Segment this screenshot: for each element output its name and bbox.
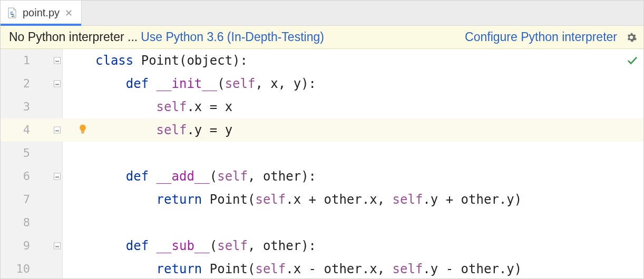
warning-message: No Python interpreter ... xyxy=(9,30,138,44)
gutter-row: 4 xyxy=(1,118,63,142)
gutter-row: 3 xyxy=(1,95,63,118)
svg-rect-1 xyxy=(82,133,84,134)
code-text: self.y = y xyxy=(67,123,232,137)
code-line[interactable]: return Point(self.x - other.x, self.y - … xyxy=(63,257,643,279)
code-line[interactable]: self.y = y xyxy=(63,118,643,142)
line-number: 7 xyxy=(1,188,30,211)
code-area[interactable]: class Point(object): def __init__(self, … xyxy=(63,49,643,278)
fold-toggle-icon[interactable] xyxy=(54,127,61,134)
fold-toggle-icon[interactable] xyxy=(54,81,61,87)
fold-toggle-icon[interactable] xyxy=(54,57,61,64)
use-interpreter-link[interactable]: Use Python 3.6 (In-Depth-Testing) xyxy=(141,30,324,44)
code-text: return Point(self.x - other.x, self.y - … xyxy=(67,262,522,276)
line-number: 4 xyxy=(1,118,30,142)
gutter-row: 9 xyxy=(1,234,63,257)
configure-interpreter-link[interactable]: Configure Python interpreter xyxy=(465,30,617,44)
code-text: def __add__(self, other): xyxy=(67,169,316,184)
line-number: 10 xyxy=(1,257,30,279)
gutter-row: 2 xyxy=(1,72,63,95)
code-line[interactable]: return Point(self.x + other.x, self.y + … xyxy=(63,188,643,211)
gutter-row: 6 xyxy=(1,165,63,188)
code-text xyxy=(67,215,95,230)
line-number: 1 xyxy=(1,49,30,72)
line-number-gutter: 12345678910 xyxy=(1,49,63,278)
fold-toggle-icon[interactable] xyxy=(54,243,61,250)
file-tab[interactable]: point.py ✕ xyxy=(1,1,82,25)
line-number: 2 xyxy=(1,72,30,95)
code-editor[interactable]: 12345678910 class Point(object): def __i… xyxy=(1,49,643,278)
code-line[interactable]: self.x = x xyxy=(63,95,643,118)
gutter-row: 8 xyxy=(1,211,63,234)
file-tab-label: point.py xyxy=(23,7,60,19)
line-number: 5 xyxy=(1,142,30,165)
gutter-row: 1 xyxy=(1,49,63,72)
code-text: def __sub__(self, other): xyxy=(67,238,316,253)
code-text: def __init__(self, x, y): xyxy=(67,76,316,91)
line-number: 9 xyxy=(1,234,30,257)
code-text: self.x = x xyxy=(67,99,232,114)
interpreter-warning-bar: No Python interpreter ... Use Python 3.6… xyxy=(1,26,643,49)
code-text: return Point(self.x + other.x, self.y + … xyxy=(67,192,522,207)
code-text xyxy=(67,146,95,161)
gutter-row: 7 xyxy=(1,188,63,211)
code-line[interactable] xyxy=(63,211,643,234)
code-line[interactable]: def __init__(self, x, y): xyxy=(63,72,643,95)
code-line[interactable]: def __sub__(self, other): xyxy=(63,234,643,257)
code-line[interactable]: class Point(object): xyxy=(63,49,643,72)
line-number: 6 xyxy=(1,165,30,188)
editor-tab-bar: point.py ✕ xyxy=(1,1,643,26)
gutter-row: 10 xyxy=(1,257,63,279)
close-tab-button[interactable]: ✕ xyxy=(64,7,74,19)
svg-point-0 xyxy=(11,12,12,12)
code-text: class Point(object): xyxy=(67,53,248,68)
python-file-icon xyxy=(7,7,18,19)
intention-bulb-icon[interactable] xyxy=(77,118,88,142)
code-line[interactable] xyxy=(63,142,643,165)
line-number: 8 xyxy=(1,211,30,234)
code-line[interactable]: def __add__(self, other): xyxy=(63,165,643,188)
gear-icon[interactable] xyxy=(626,32,637,43)
line-number: 3 xyxy=(1,95,30,118)
fold-toggle-icon[interactable] xyxy=(54,173,61,180)
gutter-row: 5 xyxy=(1,142,63,165)
